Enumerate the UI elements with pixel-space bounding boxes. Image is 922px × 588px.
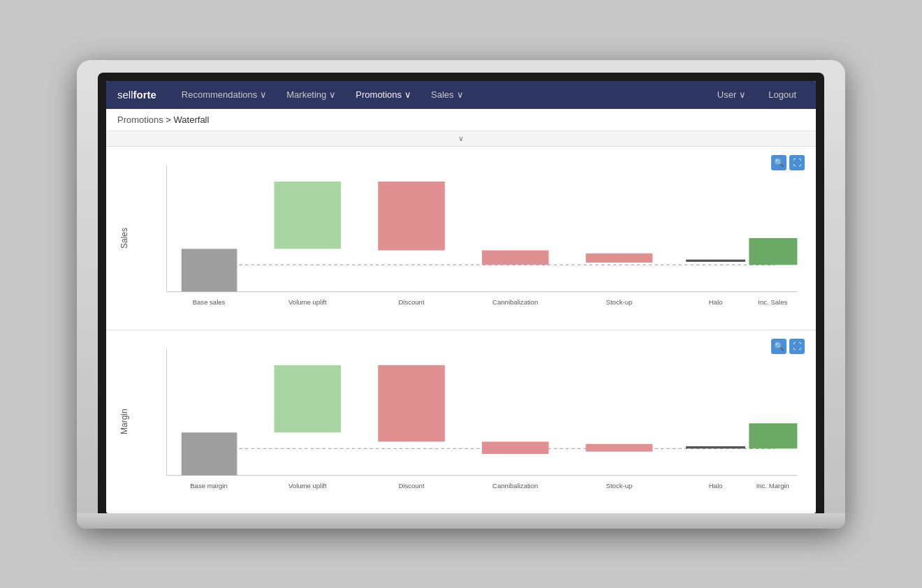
collapse-icon: ∨ [458, 134, 464, 142]
bar-margin-discount [378, 365, 445, 441]
label-base-margin: Base margin [190, 482, 228, 490]
screen-bezel: sellforte Recommendations ∨ Marketing ∨ … [98, 73, 824, 513]
bar-margin-inc [749, 423, 797, 448]
chevron-down-icon: ∨ [260, 89, 267, 100]
label-margin-inc: Inc. Margin [756, 482, 789, 490]
bar-base-margin [182, 432, 237, 475]
nav-label-logout: Logout [768, 89, 796, 100]
nav-label-sales: Sales [431, 89, 454, 100]
collapse-bar[interactable]: ∨ [106, 131, 816, 147]
laptop-base [77, 513, 845, 529]
nav-item-promotions[interactable]: Promotions ∨ [347, 85, 420, 104]
margin-y-label: Margin [117, 341, 131, 502]
nav-label-recommendations: Recommendations [182, 89, 257, 100]
nav-item-recommendations[interactable]: Recommendations ∨ [173, 85, 275, 104]
breadcrumb-current: Waterfall [174, 115, 210, 125]
label-stockup: Stock-up [606, 298, 633, 306]
margin-chart-container: Margin [117, 341, 805, 502]
breadcrumb-parent[interactable]: Promotions [117, 115, 163, 125]
label-margin-stockup: Stock-up [606, 482, 633, 490]
nav-right: User ∨ Logout [709, 85, 805, 104]
bar-margin-stockup [586, 443, 653, 451]
breadcrumb-separator: > [163, 115, 174, 125]
label-margin-cannibalization: Cannibalization [492, 482, 538, 490]
label-volume-uplift: Volume uplift [288, 298, 327, 306]
nav-item-user[interactable]: User ∨ [709, 85, 754, 104]
nav-label-marketing: Marketing [286, 89, 326, 100]
nav-items: Recommendations ∨ Marketing ∨ Promotions… [173, 85, 709, 104]
sales-chart-section: 🔍 ⛶ Sales [106, 147, 816, 330]
bar-margin-cannibalization [482, 441, 549, 454]
chevron-down-icon-user: ∨ [739, 89, 746, 100]
label-inc-sales: Inc. Sales [758, 298, 787, 306]
label-cannibalization: Cannibalization [492, 298, 538, 306]
margin-chart-section: 🔍 ⛶ Margin [106, 330, 816, 513]
sales-chart-container: Sales [117, 158, 805, 318]
sales-chart-svg: Base sales Volume uplift Discount Cannib… [137, 158, 805, 318]
bar-volume-uplift [275, 181, 342, 248]
chevron-down-icon: ∨ [329, 89, 336, 100]
brand-prefix: sell [117, 89, 133, 101]
label-margin-halo: Halo [709, 482, 723, 490]
label-margin-volume-uplift: Volume uplift [288, 482, 327, 490]
breadcrumb: Promotions > Waterfall [106, 109, 816, 131]
margin-chart-area: Base margin Volume uplift Discount Canni… [137, 341, 805, 502]
screen: sellforte Recommendations ∨ Marketing ∨ … [106, 81, 816, 513]
brand-suffix: forte [133, 89, 156, 101]
nav-label-promotions: Promotions [356, 89, 402, 100]
margin-chart-svg: Base margin Volume uplift Discount Canni… [137, 341, 805, 502]
laptop-outer: sellforte Recommendations ∨ Marketing ∨ … [77, 60, 845, 529]
bar-discount [378, 181, 445, 250]
bar-stockup [586, 253, 653, 262]
sales-y-label: Sales [117, 158, 131, 318]
bar-cannibalization [482, 250, 549, 265]
bar-halo [686, 259, 745, 261]
bar-margin-halo [686, 446, 745, 448]
brand-logo: sellforte [117, 89, 156, 101]
nav-label-user: User [717, 89, 736, 100]
bar-inc-sales [749, 238, 797, 265]
label-margin-discount: Discount [398, 482, 424, 490]
nav-item-logout[interactable]: Logout [760, 85, 805, 104]
nav-item-marketing[interactable]: Marketing ∨ [278, 85, 344, 104]
bar-margin-volume-uplift [275, 365, 342, 432]
label-base-sales: Base sales [193, 298, 226, 306]
nav-item-sales[interactable]: Sales ∨ [423, 85, 472, 104]
label-discount: Discount [398, 298, 424, 306]
chevron-down-icon: ∨ [404, 89, 411, 100]
chevron-down-icon: ∨ [457, 89, 464, 100]
top-nav: sellforte Recommendations ∨ Marketing ∨ … [106, 81, 816, 109]
bar-base-sales [182, 249, 237, 291]
sales-chart-area: Base sales Volume uplift Discount Cannib… [137, 158, 805, 318]
label-halo: Halo [709, 298, 723, 306]
